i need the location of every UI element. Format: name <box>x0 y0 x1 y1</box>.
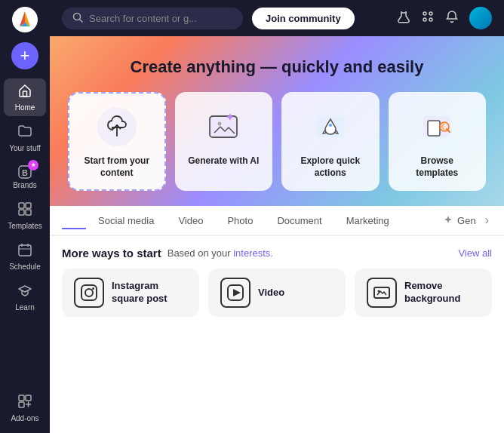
view-all-link[interactable]: View all <box>458 247 492 259</box>
hero-section: Create anything — quickly and easily Sta… <box>50 36 504 206</box>
tabs-row: Social media Video Photo Document Market… <box>50 206 504 236</box>
start-item-video-label: Video <box>258 287 284 299</box>
templates-icon <box>17 201 32 220</box>
sidebar-item-your-stuff-label: Your stuff <box>9 144 41 152</box>
start-item-instagram-label: Instagram square post <box>112 280 187 306</box>
svg-point-29 <box>218 122 222 126</box>
sidebar-item-learn[interactable]: Learn <box>4 278 46 316</box>
svg-rect-8 <box>19 203 24 208</box>
remove-bg-icon <box>367 278 397 308</box>
svg-point-42 <box>378 290 380 293</box>
start-item-video[interactable]: Video <box>208 269 346 317</box>
card-browse-templates[interactable]: Browse templates <box>389 92 487 191</box>
start-item-remove-bg[interactable]: Remove background <box>355 269 492 317</box>
sparkle-icon <box>442 214 454 226</box>
start-item-instagram[interactable]: Instagram square post <box>62 269 199 317</box>
svg-point-24 <box>423 18 426 21</box>
svg-rect-12 <box>19 245 31 256</box>
more-ways-subtitle: Based on your interests. <box>167 247 273 259</box>
tabs-chevron-right[interactable]: › <box>482 206 492 235</box>
cloud-upload-icon <box>94 104 140 149</box>
svg-rect-5 <box>23 91 27 97</box>
tab-video[interactable]: Video <box>166 207 215 235</box>
start-items-list: Instagram square post Video <box>62 269 492 317</box>
more-ways-header: More ways to start Based on your interes… <box>62 247 492 259</box>
bell-icon[interactable] <box>445 10 459 27</box>
card-generate-ai-label: Generate with AI <box>188 155 259 167</box>
sidebar-item-home[interactable]: Home <box>4 78 46 116</box>
brand-icon: B ★ <box>17 164 32 180</box>
user-avatar[interactable] <box>469 7 492 29</box>
pro-badge: ★ <box>28 160 38 170</box>
svg-rect-9 <box>26 203 31 208</box>
rocket-icon <box>308 104 353 149</box>
add-ons-icon <box>17 394 32 413</box>
app-logo[interactable] <box>11 6 38 33</box>
join-community-button[interactable]: Join community <box>252 8 355 29</box>
generate-tab-button[interactable]: Gen <box>436 207 482 234</box>
sidebar-item-add-ons-label: Add-ons <box>11 414 38 422</box>
sidebar-item-brands-label: Brands <box>13 181 37 189</box>
sidebar-item-add-ons[interactable]: Add-ons <box>4 389 46 427</box>
hero-title: Create anything — quickly and easily <box>68 57 486 77</box>
browse-templates-icon <box>414 104 459 149</box>
sidebar-item-your-stuff[interactable]: Your stuff <box>4 119 46 157</box>
sidebar-item-home-label: Home <box>15 103 35 112</box>
home-icon <box>17 83 32 102</box>
svg-point-22 <box>423 12 426 15</box>
svg-line-20 <box>80 19 83 22</box>
more-ways-section: More ways to start Based on your interes… <box>50 236 504 323</box>
create-button[interactable]: + <box>11 42 38 69</box>
tab-social-media[interactable]: Social media <box>86 207 166 235</box>
top-navigation: Join community <box>50 0 504 36</box>
search-input[interactable] <box>89 13 232 24</box>
sidebar-item-templates-label: Templates <box>8 222 42 230</box>
sidebar-item-schedule-label: Schedule <box>9 263 41 271</box>
ai-image-icon <box>201 104 246 149</box>
start-item-remove-bg-label: Remove background <box>404 280 480 306</box>
sidebar-item-schedule[interactable]: Schedule <box>4 238 46 275</box>
card-start-content-label: Start from your content <box>78 155 155 179</box>
schedule-icon <box>17 242 32 261</box>
tab-all[interactable] <box>62 213 86 229</box>
svg-rect-28 <box>210 116 237 137</box>
card-generate-ai[interactable]: Generate with AI <box>175 92 273 191</box>
interests-link[interactable]: interests. <box>233 247 273 259</box>
search-bar[interactable] <box>62 8 243 29</box>
card-quick-actions-label: Explore quick actions <box>292 155 369 179</box>
svg-point-38 <box>92 287 94 290</box>
svg-rect-33 <box>428 121 440 136</box>
grid-icon[interactable] <box>421 10 435 27</box>
search-icon <box>72 12 83 25</box>
instagram-icon <box>74 278 104 308</box>
svg-rect-16 <box>19 395 24 401</box>
svg-text:B: B <box>22 168 28 177</box>
sidebar-item-templates[interactable]: Templates <box>4 197 46 235</box>
tab-document[interactable]: Document <box>265 207 333 235</box>
svg-point-25 <box>429 18 432 21</box>
action-cards: Start from your content Generate with AI <box>68 92 486 191</box>
nav-icons <box>397 7 492 29</box>
svg-rect-10 <box>19 210 24 215</box>
svg-point-37 <box>85 289 93 296</box>
card-quick-actions[interactable]: Explore quick actions <box>281 92 380 191</box>
sidebar-item-brands[interactable]: B ★ Brands <box>4 160 46 194</box>
svg-marker-40 <box>233 289 241 296</box>
flask-icon[interactable] <box>397 10 410 27</box>
video-play-icon <box>220 278 250 308</box>
main-content: Join community <box>50 0 504 433</box>
svg-point-23 <box>429 12 432 15</box>
folder-icon <box>17 124 32 143</box>
sidebar-item-learn-label: Learn <box>15 303 35 312</box>
tab-marketing[interactable]: Marketing <box>334 207 401 235</box>
svg-point-31 <box>329 124 332 127</box>
tab-photo[interactable]: Photo <box>215 207 265 235</box>
card-start-content[interactable]: Start from your content <box>68 92 166 191</box>
more-ways-title: More ways to start <box>62 247 161 259</box>
svg-rect-18 <box>19 402 24 407</box>
sidebar: + Home Your stuff B ★ Brands <box>0 0 50 433</box>
svg-rect-36 <box>81 285 97 300</box>
learn-icon <box>17 283 32 302</box>
svg-rect-17 <box>26 395 31 401</box>
card-browse-templates-label: Browse templates <box>399 155 476 179</box>
